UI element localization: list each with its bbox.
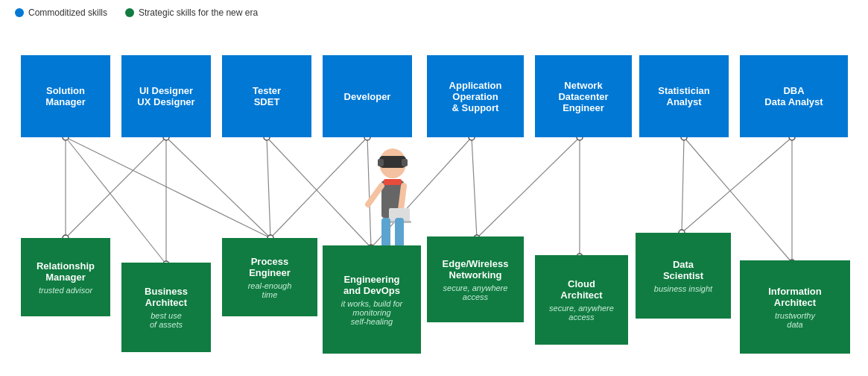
diagram: Solution Manager UI Designer UX Designer… [0,25,868,369]
information-architect-box: Information Architect trustworthy data [740,260,850,354]
strategic-label: Strategic skills for the new era [139,7,258,18]
svg-line-39 [368,186,381,204]
svg-line-2 [66,137,270,238]
svg-line-6 [267,137,270,238]
network-eng-box: Network Datacenter Engineer [535,55,632,137]
data-scientist-box: Data Scientist business insight [636,233,731,319]
business-architect-box: Business Architect best use of assets [121,263,211,352]
svg-line-8 [270,137,367,238]
ui-designer-box: UI Designer UX Designer [121,55,211,137]
strategic-dot [125,8,134,17]
relationship-manager-box: Relationship Manager trusted advisor [21,238,110,316]
solution-manager-box: Solution Manager [21,55,110,137]
developer-box: Developer [323,55,412,137]
engineering-devops-box: Engineering and DevOps it works, build f… [323,245,421,354]
svg-line-5 [166,137,270,238]
cloud-architect-box: Cloud Architect secure, anywhere access [535,255,628,345]
commoditized-dot [15,8,24,17]
tester-box: Tester SDET [222,55,311,137]
edge-networking-box: Edge/Wireless Networking secure, anywher… [427,236,524,322]
dba-box: DBA Data Analyst [740,55,848,137]
process-engineer-box: Process Engineer real-enough time [222,238,317,316]
svg-line-7 [267,137,371,248]
svg-line-11 [472,137,477,238]
svg-line-14 [682,137,684,233]
svg-line-3 [66,137,166,238]
svg-line-12 [477,137,580,238]
svg-rect-37 [402,159,408,166]
app-ops-box: Application Operation & Support [427,55,524,137]
svg-rect-36 [378,159,384,166]
svg-rect-47 [384,179,402,185]
legend: Commoditized skills Strategic skills for… [0,0,868,25]
legend-commoditized: Commoditized skills [15,7,107,18]
statistician-box: Statistician Analyst [639,55,729,137]
commoditized-label: Commoditized skills [28,7,107,18]
svg-line-16 [682,137,792,233]
legend-strategic: Strategic skills for the new era [125,7,258,18]
